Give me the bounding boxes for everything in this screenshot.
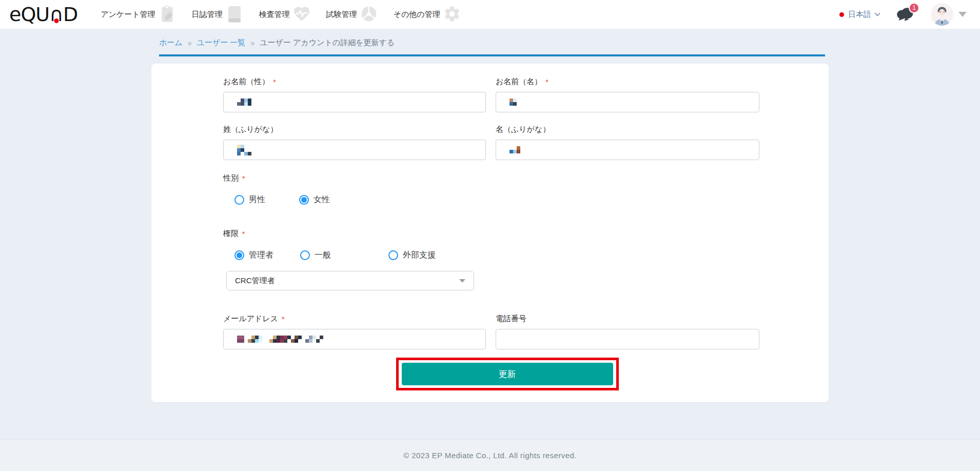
required-asterisk: * [273,78,276,86]
email-input[interactable] [223,329,486,349]
gear-icon [443,5,461,25]
required-asterisk: * [242,230,245,238]
menu-item-survey-management[interactable]: アンケート管理 [101,5,176,25]
first-kana-input[interactable] [496,140,759,160]
first-name-field-group: お名前（名）* [496,77,759,112]
gender-radio-group: 男性 女性 [234,194,759,205]
user-update-form-card: お名前（性）* お名前（名）* 姓（ふりがな） 名（ふり [151,64,829,402]
last-name-field-group: お名前（性）* [223,77,486,112]
gender-option-male[interactable]: 男性 [234,194,265,205]
chevron-down-icon [874,10,880,16]
redacted-value [237,336,327,343]
kana-row: 姓（ふりがな） 名（ふりがな） [223,125,759,160]
role-label: 権限* [223,229,759,239]
email-field-group: メールアドレス* [223,314,486,349]
last-kana-input[interactable] [223,140,486,160]
first-name-input[interactable] [496,92,759,112]
user-menu[interactable] [931,3,967,26]
role-radio-group: 管理者 一般 外部支援 [234,250,759,261]
breadcrumb-separator: » [188,39,192,47]
first-name-label: お名前（名）* [496,77,759,87]
heart-pulse-icon [292,5,311,25]
menu-label: アンケート管理 [101,10,155,19]
redacted-value [509,99,517,106]
email-label: メールアドレス* [223,314,486,324]
redacted-value [237,145,251,155]
breadcrumb-separator: » [250,39,254,47]
phone-label: 電話番号 [496,314,759,324]
pill-ball-icon [360,5,378,25]
annotation-highlight-box: 更新 [396,358,619,390]
submit-area: 更新 [239,358,775,390]
main-menu: アンケート管理 日誌管理 検査管理 試験管理 その他の管理 [101,5,461,25]
radio-icon [234,195,244,205]
radio-icon [299,195,309,205]
breadcrumb-user-list-link[interactable]: ユーザー 一覧 [197,38,246,48]
equad-logo[interactable]: eQU∩D [9,5,77,24]
menu-item-test-management[interactable]: 検査管理 [259,5,311,25]
last-name-label: お名前（性）* [223,77,486,87]
language-flag-dot [839,12,844,17]
role-detail-select[interactable]: CRC管理者 [226,271,474,290]
gender-section: 性別* 男性 女性 [223,173,759,205]
required-asterisk: * [242,174,245,183]
required-asterisk: * [545,78,548,86]
menu-label: その他の管理 [394,10,440,19]
radio-icon [388,250,398,260]
last-kana-label: 姓（ふりがな） [223,125,486,134]
menu-item-trial-management[interactable]: 試験管理 [326,5,378,25]
avatar [931,3,953,26]
copyright-text: © 2023 EP Mediate Co., Ltd. All rights r… [403,451,577,460]
notifications-button[interactable]: 1 [895,5,915,24]
role-section: 権限* 管理者 一般 外部支援 CRC管理者 [223,229,759,290]
logo-text-left: eQU [9,5,49,24]
role-option-general[interactable]: 一般 [300,250,331,261]
select-caret-icon [459,279,465,283]
language-label: 日本語 [848,10,871,19]
last-kana-field-group: 姓（ふりがな） [223,125,486,160]
name-row: お名前（性）* お名前（名）* [223,77,759,112]
menu-item-diary-management[interactable]: 日誌管理 [192,5,244,25]
radio-icon [300,250,310,260]
update-button[interactable]: 更新 [402,363,613,385]
first-kana-field-group: 名（ふりがな） [496,125,759,160]
top-navigation-bar: eQU∩D アンケート管理 日誌管理 検査管理 試験管理 その他の管理 日本語 [0,0,980,29]
phone-field-group: 電話番号 [496,314,759,349]
role-option-admin[interactable]: 管理者 [234,250,273,261]
caret-down-icon [958,12,967,17]
logo-text-right: D [63,5,77,24]
redacted-value [509,146,520,153]
logo-red-dot [54,18,58,23]
menu-label: 日誌管理 [192,10,223,19]
role-option-external[interactable]: 外部支援 [388,250,436,261]
first-kana-label: 名（ふりがな） [496,125,759,134]
contact-row: メールアドレス* 電話番号 [223,314,759,349]
phone-input[interactable] [496,329,759,349]
language-selector[interactable]: 日本語 [839,10,879,19]
gender-option-female[interactable]: 女性 [299,194,330,205]
breadcrumb-current-page: ユーザー アカウントの詳細を更新する [260,38,395,48]
breadcrumb: ホーム » ユーザー 一覧 » ユーザー アカウントの詳細を更新する [159,29,825,56]
menu-item-other-management[interactable]: その他の管理 [394,5,461,25]
topbar-right-controls: 日本語 1 [839,3,967,26]
last-name-input[interactable] [223,92,486,112]
breadcrumb-band: ホーム » ユーザー 一覧 » ユーザー アカウントの詳細を更新する [0,29,980,56]
gender-label: 性別* [223,173,759,183]
notification-badge: 1 [909,3,919,13]
book-icon [225,5,244,25]
page-footer: © 2023 EP Mediate Co., Ltd. All rights r… [0,439,980,471]
clipboard-icon [158,5,177,25]
menu-label: 試験管理 [326,10,357,19]
menu-label: 検査管理 [259,10,290,19]
required-asterisk: * [282,315,284,323]
radio-icon [234,250,244,260]
role-detail-value: CRC管理者 [235,276,275,286]
logo-letter-a: ∩ [49,5,63,24]
breadcrumb-home-link[interactable]: ホーム [159,38,183,48]
redacted-value [237,99,251,106]
